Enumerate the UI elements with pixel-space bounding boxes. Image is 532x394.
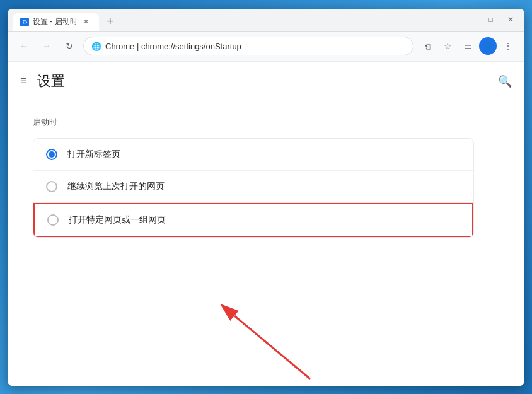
active-tab[interactable]: 设置 - 启动时 ✕ xyxy=(13,13,99,31)
option-specific-label: 打开特定网页或一组网页 xyxy=(69,214,166,226)
option-new-tab[interactable]: 打开新标签页 xyxy=(33,139,473,171)
url-text: Chrome | chrome://settings/onStartup xyxy=(105,42,405,51)
page-content: ≡ 设置 🔍 启动时 打开新标签页 继续浏览上次打开的网页 xyxy=(8,62,524,386)
back-button[interactable]: ← xyxy=(15,37,33,55)
profile-button[interactable]: 👤 xyxy=(479,37,497,55)
settings-search-button[interactable]: 🔍 xyxy=(498,74,512,88)
radio-inner-new-tab xyxy=(49,151,55,158)
radio-continue xyxy=(46,181,57,192)
url-separator: | xyxy=(137,42,141,51)
svg-line-1 xyxy=(234,316,310,379)
tab-area: 设置 - 启动时 ✕ + xyxy=(8,9,461,31)
address-bar: ← → ↻ 🌐 Chrome | chrome://settings/onSta… xyxy=(8,32,524,62)
option-continue-label: 继续浏览上次打开的网页 xyxy=(67,181,165,192)
tab-close-button[interactable]: ✕ xyxy=(81,17,91,27)
new-tab-button[interactable]: + xyxy=(101,13,119,31)
radio-specific xyxy=(47,214,59,226)
red-arrow-svg xyxy=(209,278,335,386)
forward-button[interactable]: → xyxy=(38,37,55,55)
window-controls: ─ □ ✕ xyxy=(461,11,524,28)
section-label: 启动时 xyxy=(33,117,499,128)
option-specific[interactable]: 打开特定网页或一组网页 xyxy=(33,203,473,237)
secure-icon: 🌐 xyxy=(91,42,101,51)
settings-header: ≡ 设置 🔍 xyxy=(8,62,524,101)
title-bar: 设置 - 启动时 ✕ + ─ □ ✕ xyxy=(8,9,524,32)
browser-window: 设置 - 启动时 ✕ + ─ □ ✕ ← → ↻ 🌐 Chrome | chro… xyxy=(8,9,524,386)
url-actions: ⎗ ☆ ▭ 👤 ⋮ xyxy=(419,37,517,55)
radio-new-tab xyxy=(46,149,57,160)
option-new-tab-label: 打开新标签页 xyxy=(67,149,120,160)
tab-title: 设置 - 启动时 xyxy=(33,16,78,27)
startup-options-card: 打开新标签页 继续浏览上次打开的网页 打开特定网页或一组网页 xyxy=(33,138,474,238)
url-path: chrome://settings/onStartup xyxy=(141,42,241,51)
option-continue[interactable]: 继续浏览上次打开的网页 xyxy=(33,171,473,203)
settings-title: 设置 xyxy=(37,72,65,91)
settings-title-row: ≡ 设置 xyxy=(20,72,65,91)
hamburger-icon[interactable]: ≡ xyxy=(20,74,27,88)
url-brand: Chrome xyxy=(105,42,134,51)
tab-favicon xyxy=(20,18,29,26)
settings-body: 启动时 打开新标签页 继续浏览上次打开的网页 打开特定网页或 xyxy=(8,101,524,386)
arrow-annotation xyxy=(209,278,335,386)
close-button[interactable]: ✕ xyxy=(502,11,519,28)
bookmark-button[interactable]: ☆ xyxy=(439,37,456,55)
refresh-button[interactable]: ↻ xyxy=(61,37,78,55)
minimize-button[interactable]: ─ xyxy=(461,11,479,28)
share-button[interactable]: ⎗ xyxy=(419,37,436,55)
sidebar-toggle-button[interactable]: ▭ xyxy=(459,37,477,55)
more-button[interactable]: ⋮ xyxy=(499,37,517,55)
maximize-button[interactable]: □ xyxy=(482,11,499,28)
url-bar[interactable]: 🌐 Chrome | chrome://settings/onStartup xyxy=(83,37,413,55)
